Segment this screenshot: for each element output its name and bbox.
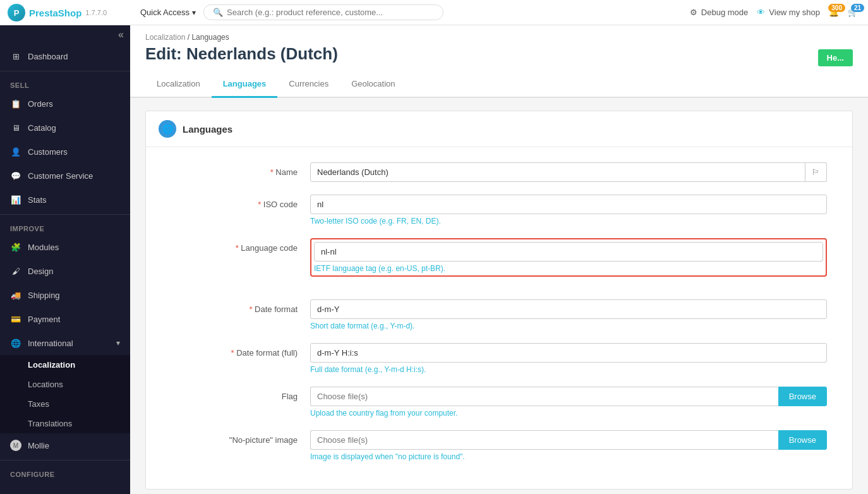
tab-currencies[interactable]: Currencies [277,71,340,98]
search-icon: 🔍 [213,8,223,17]
language-code-hint: IETF language tag (e.g. en-US, pt-BR). [314,264,823,273]
iso-required-star: * [258,200,263,209]
no-picture-control-wrap: Browse Image is displayed when "no pictu… [310,430,827,461]
sidebar-item-customers[interactable]: 👤 Customers [0,140,130,164]
sidebar-customers-label: Customers [28,147,68,157]
sidebar-item-payment[interactable]: 💳 Payment [0,307,130,331]
breadcrumb: Localization / Languages [145,33,853,42]
breadcrumb-current: Languages [191,33,229,42]
topbar: Quick Access ▾ 🔍 ⚙ Debug mode 👁 View my … [130,0,868,25]
language-code-input[interactable] [314,242,823,262]
tab-geolocation[interactable]: Geolocation [340,71,406,98]
date-format-hint: Short date format (e.g., Y-m-d). [310,322,827,330]
international-submenu: Localization Locations Taxes Translation… [0,355,130,433]
main-area: Quick Access ▾ 🔍 ⚙ Debug mode 👁 View my … [130,0,868,494]
form-body: * Name 🏳 * ISO code [146,147,852,489]
orders-icon: 📋 [10,98,21,109]
design-icon: 🖌 [10,265,21,277]
cart-button[interactable]: 🛒 21 [848,8,858,17]
cart-count: 21 [851,4,864,12]
sidebar-item-design[interactable]: 🖌 Design [0,259,130,283]
sidebar-item-international[interactable]: 🌐 International ▾ [0,331,130,355]
sidebar-item-catalog[interactable]: 🖥 Catalog [0,116,130,140]
sidebar-subitem-translations[interactable]: Translations [0,414,130,433]
sidebar-international-label: International [28,339,73,348]
search-bar: 🔍 [203,4,443,20]
tab-localization[interactable]: Localization [145,71,212,98]
flag-file-input[interactable] [310,387,778,406]
sidebar-item-mollie[interactable]: M Mollie [0,433,130,457]
iso-code-control-wrap: Two-letter ISO code (e.g. FR, EN, DE). [310,195,827,226]
iso-code-row: * ISO code Two-letter ISO code (e.g. FR,… [171,195,827,226]
date-required-star: * [249,304,255,314]
date-format-input[interactable] [310,299,827,319]
notifications-button[interactable]: 🔔 300 [829,8,839,17]
language-code-control-wrap: IETF language tag (e.g. en-US, pt-BR). [310,238,827,287]
date-format-full-input[interactable] [310,343,827,363]
flag-control-wrap: Browse Upload the country flag from your… [310,387,827,418]
name-input[interactable] [310,162,805,182]
sidebar-item-orders[interactable]: 📋 Orders [0,92,130,116]
date-format-full-row: * Date format (full) Full date format (e… [171,343,827,374]
sidebar-logo-area: P PrestaShop 1.7.7.0 [0,0,130,25]
no-picture-file-input[interactable] [310,430,778,450]
sidebar-modules-label: Modules [28,243,59,252]
sidebar-improve-section: IMPROVE [0,217,130,235]
sidebar-collapse-button[interactable]: « [118,29,124,40]
notifications-count: 300 [828,4,845,12]
languages-form-section: 🌐 Languages * Name 🏳 [145,111,853,490]
flag-browse-button[interactable]: Browse [778,387,827,406]
sidebar-configure-section: CONFIGURE [0,463,130,481]
section-globe-icon: 🌐 [159,120,176,138]
sidebar-item-shipping[interactable]: 🚚 Shipping [0,283,130,307]
sidebar-item-modules[interactable]: 🧩 Modules [0,235,130,259]
iso-code-label: * ISO code [171,195,310,209]
date-format-full-control-wrap: Full date format (e.g., Y-m-d H:i:s). [310,343,827,374]
sidebar-collapse-area: « [0,25,130,44]
modules-icon: 🧩 [10,241,21,253]
sidebar-design-label: Design [28,267,53,276]
quick-access-chevron-icon: ▾ [192,8,196,17]
search-input[interactable] [227,8,434,17]
international-icon: 🌐 [10,337,21,349]
sidebar-subitem-localization[interactable]: Localization [0,355,130,375]
quick-access-label: Quick Access [140,8,190,17]
name-required-star: * [270,167,276,177]
sidebar-customer-service-label: Customer Service [28,171,93,181]
sidebar-subitem-locations[interactable]: Locations [0,375,130,394]
gear-icon: ⚙ [690,8,697,17]
help-button[interactable]: He... [818,49,853,66]
no-picture-browse-button[interactable]: Browse [778,430,827,450]
no-picture-file-input-group: Browse [310,430,827,450]
payment-icon: 💳 [10,313,21,325]
date-format-label: * Date format [171,299,310,314]
date-format-row: * Date format Short date format (e.g., Y… [171,299,827,330]
date-format-full-label: * Date format (full) [171,343,310,358]
debug-mode-button[interactable]: ⚙ Debug mode [690,8,748,17]
tab-languages[interactable]: Languages [212,71,278,98]
sidebar-item-dashboard[interactable]: ⊞ Dashboard [0,44,130,68]
language-code-highlight-box: IETF language tag (e.g. en-US, pt-BR). [310,238,827,277]
language-code-row: * Language code IETF language tag (e.g. … [171,238,827,287]
eye-icon: 👁 [757,8,765,17]
sidebar-shipping-label: Shipping [28,291,60,300]
view-my-shop-button[interactable]: 👁 View my shop [757,8,820,17]
sidebar-item-customer-service[interactable]: 💬 Customer Service [0,164,130,188]
date-format-full-hint: Full date format (e.g., Y-m-d H:i:s). [310,365,827,374]
date-full-required-star: * [231,348,237,358]
sidebar-sell-section: SELL [0,74,130,92]
quick-access-menu[interactable]: Quick Access ▾ [140,8,196,17]
customer-service-icon: 💬 [10,170,21,181]
view-shop-label: View my shop [769,8,820,17]
language-flag-icon: 🏳 [805,162,827,182]
customers-icon: 👤 [10,146,21,157]
flag-label: Flag [171,387,310,401]
page-title: Edit: Nederlands (Dutch) [145,44,338,71]
sidebar-item-stats[interactable]: 📊 Stats [0,188,130,212]
breadcrumb-parent[interactable]: Localization [145,33,185,42]
sidebar-subitem-taxes[interactable]: Taxes [0,394,130,414]
content-area: Localization / Languages Edit: Nederland… [130,25,868,494]
topbar-right: ⚙ Debug mode 👁 View my shop 🔔 300 🛒 21 [690,8,858,17]
iso-code-input[interactable] [310,195,827,214]
sidebar: P PrestaShop 1.7.7.0 « ⊞ Dashboard SELL … [0,0,130,494]
